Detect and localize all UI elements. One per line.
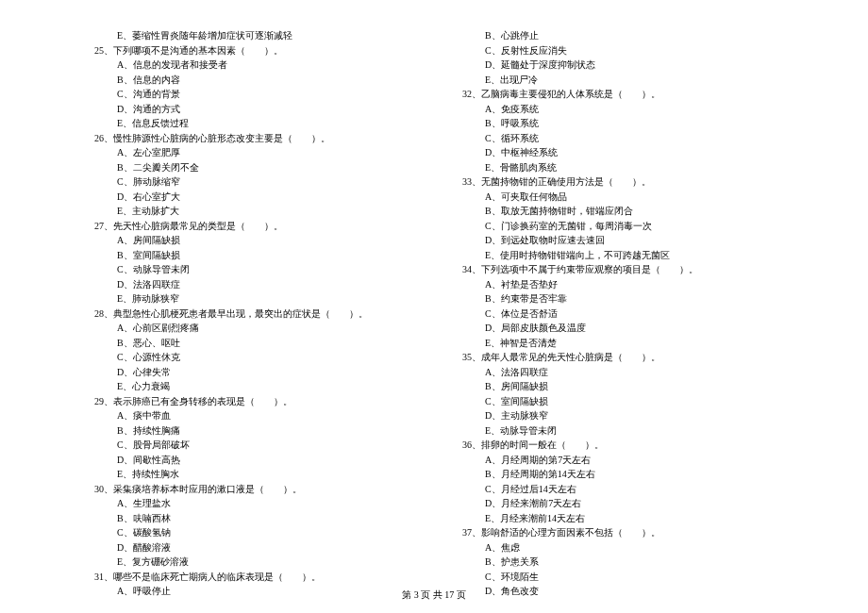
q27-opt-a: A、房间隔缺损 [94,233,406,248]
q31-opt-c: C、反射性反应消失 [462,43,774,58]
q30-opt-d: D、醋酸溶液 [94,540,406,555]
q36-opt-d: D、月经来潮前7天左右 [462,496,774,511]
q35-text: 35、成年人最常见的先天性心脏病是（ ）。 [462,350,774,365]
q34-opt-c: C、体位是否舒适 [462,306,774,322]
q27-text: 27、先天性心脏病最常见的类型是（ ）。 [94,219,406,234]
q27-opt-e: E、肺动脉狭窄 [94,291,406,306]
q26-opt-c: C、肺动脉缩窄 [94,174,406,190]
q27-opt-c: C、动脉导管未闭 [94,262,406,277]
q37-opt-b: B、护患关系 [462,555,774,570]
q36-opt-e: E、月经来潮前14天左右 [462,511,774,526]
page-footer: 第 3 页 共 17 页 [0,588,868,602]
q29-opt-d: D、间歇性高热 [94,453,406,468]
q25-opt-a: A、信息的发现者和接受者 [94,58,406,73]
q37-text: 37、影响舒适的心理方面因素不包括（ ）。 [462,525,774,540]
q30-opt-b: B、呋喃西林 [94,511,406,526]
q37-opt-c: C、环境陌生 [462,570,774,585]
q31-text: 31、哪些不是临床死亡期病人的临床表现是（ ）。 [94,570,406,585]
q29-opt-b: B、持续性胸痛 [94,423,406,439]
q36-opt-a: A、月经周期的第7天左右 [462,453,774,468]
q30-opt-e: E、复方硼砂溶液 [94,555,406,570]
q32-text: 32、乙脑病毒主要侵犯的人体系统是（ ）。 [462,87,774,102]
q34-opt-e: E、神智是否清楚 [462,336,774,351]
q25-opt-e: E、信息反馈过程 [94,116,406,131]
q32-opt-a: A、免疫系统 [462,102,774,117]
q35-opt-d: D、主动脉狭窄 [462,408,774,423]
q31-opt-e: E、出现尸冷 [462,73,774,88]
q25-text: 25、下列哪项不是沟通的基本因素（ ）。 [94,43,406,58]
q28-opt-c: C、心源性休克 [94,350,406,365]
q28-text: 28、典型急性心肌梗死患者最早出现，最突出的症状是（ ）。 [94,306,406,322]
q29-opt-c: C、股骨局部破坏 [94,438,406,453]
q36-text: 36、排卵的时间一般在（ ）。 [462,438,774,453]
q30-text: 30、采集痰培养标本时应用的漱口液是（ ）。 [94,482,406,497]
q25-opt-c: C、沟通的背景 [94,87,406,102]
q31-opt-d: D、延髓处于深度抑制状态 [462,58,774,73]
q34-opt-d: D、局部皮肤颜色及温度 [462,321,774,336]
q32-opt-e: E、骨骼肌肉系统 [462,160,774,175]
q35-opt-c: C、室间隔缺损 [462,394,774,409]
q28-opt-e: E、心力衰竭 [94,379,406,394]
q34-opt-b: B、约束带是否牢靠 [462,291,774,306]
q32-opt-d: D、中枢神经系统 [462,145,774,160]
q26-opt-e: E、主动脉扩大 [94,204,406,219]
right-column: B、心跳停止 C、反射性反应消失 D、延髓处于深度抑制状态 E、出现尸冷 32、… [462,28,774,599]
q26-opt-a: A、左心室肥厚 [94,145,406,160]
page-content: E、萎缩性胃炎随年龄增加症状可逐渐减轻 25、下列哪项不是沟通的基本因素（ ）。… [94,28,774,599]
q36-opt-c: C、月经过后14天左右 [462,482,774,497]
q28-opt-b: B、恶心、呕吐 [94,336,406,351]
q35-opt-b: B、房间隔缺损 [462,379,774,394]
q33-opt-e: E、使用时持物钳钳端向上，不可跨越无菌区 [462,248,774,263]
q27-opt-d: D、法洛四联症 [94,277,406,292]
q29-opt-a: A、痰中带血 [94,408,406,423]
q33-opt-a: A、可夹取任何物品 [462,190,774,205]
q35-opt-e: E、动脉导管未闭 [462,423,774,439]
q29-text: 29、表示肺癌已有全身转移的表现是（ ）。 [94,394,406,409]
q32-opt-c: C、循环系统 [462,131,774,146]
q28-opt-a: A、心前区剧烈疼痛 [94,321,406,336]
q25-opt-d: D、沟通的方式 [94,102,406,117]
q28-opt-d: D、心律失常 [94,365,406,380]
q26-opt-b: B、二尖瓣关闭不全 [94,160,406,175]
q34-text: 34、下列选项中不属于约束带应观察的项目是（ ）。 [462,262,774,277]
q33-opt-d: D、到远处取物时应速去速回 [462,233,774,248]
q33-text: 33、无菌持物钳的正确使用方法是（ ）。 [462,174,774,190]
q25-opt-b: B、信息的内容 [94,73,406,88]
q24-opt-e: E、萎缩性胃炎随年龄增加症状可逐渐减轻 [94,28,406,43]
q26-text: 26、慢性肺源性心脏病的心脏形态改变主要是（ ）。 [94,131,406,146]
q27-opt-b: B、室间隔缺损 [94,248,406,263]
q33-opt-c: C、门诊换药室的无菌钳，每周消毒一次 [462,219,774,234]
q32-opt-b: B、呼吸系统 [462,116,774,131]
q30-opt-c: C、碳酸氢钠 [94,525,406,540]
q37-opt-a: A、焦虑 [462,540,774,555]
q30-opt-a: A、生理盐水 [94,496,406,511]
q34-opt-a: A、衬垫是否垫好 [462,277,774,292]
q31-opt-b: B、心跳停止 [462,28,774,43]
q29-opt-e: E、持续性胸水 [94,467,406,482]
q35-opt-a: A、法洛四联症 [462,365,774,380]
q36-opt-b: B、月经周期的第14天左右 [462,467,774,482]
left-column: E、萎缩性胃炎随年龄增加症状可逐渐减轻 25、下列哪项不是沟通的基本因素（ ）。… [94,28,406,599]
q26-opt-d: D、右心室扩大 [94,190,406,205]
q33-opt-b: B、取放无菌持物钳时，钳端应闭合 [462,204,774,219]
